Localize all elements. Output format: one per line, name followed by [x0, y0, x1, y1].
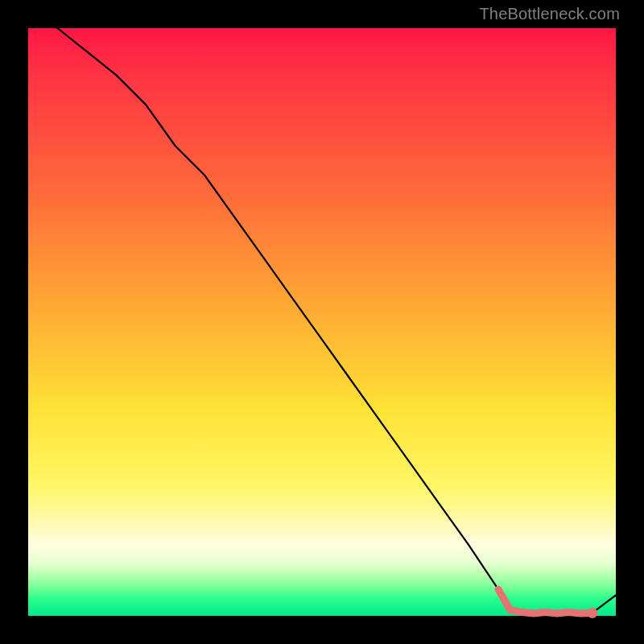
watermark-text: TheBottleneck.com	[479, 5, 620, 23]
chart-frame: TheBottleneck.com	[0, 0, 644, 644]
bottleneck-curve	[28, 10, 616, 613]
chart-overlay	[28, 28, 616, 616]
low-bottleneck-zone	[498, 589, 592, 613]
end-point-marker	[587, 608, 597, 618]
